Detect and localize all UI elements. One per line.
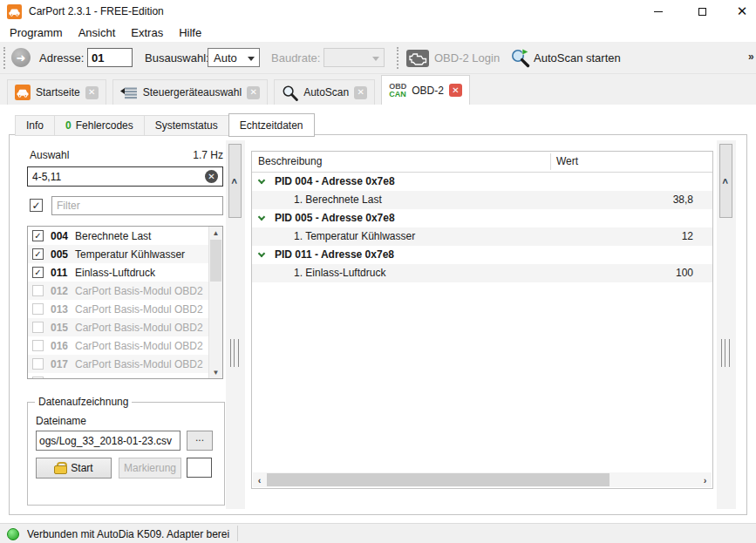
pid-checkbox[interactable] bbox=[32, 358, 44, 370]
menubar: ProgrammAnsichtExtrasHilfe bbox=[0, 24, 756, 42]
maximize-button[interactable] bbox=[687, 2, 717, 21]
filter-checkbox[interactable]: ✓ bbox=[30, 199, 43, 212]
scroll-left-icon[interactable]: ‹ bbox=[253, 472, 266, 487]
scroll-up-icon[interactable]: ▲ bbox=[209, 227, 222, 239]
tab-close-icon[interactable]: ✕ bbox=[247, 86, 260, 99]
pid-checkbox[interactable] bbox=[32, 285, 44, 296]
car-icon bbox=[15, 85, 31, 100]
minimize-icon bbox=[654, 11, 663, 12]
adresse-input[interactable] bbox=[87, 48, 133, 67]
row-label: 1. Temperatur Kühlwasser bbox=[294, 230, 415, 242]
column-beschreibung[interactable]: Beschreibung bbox=[258, 155, 322, 167]
chevron-down-icon[interactable] bbox=[258, 214, 265, 221]
collapse-left-button[interactable]: < bbox=[228, 144, 242, 218]
row-value: 100 bbox=[676, 264, 693, 282]
subtab-systemstatus[interactable]: Systemstatus bbox=[144, 115, 229, 136]
pid-row[interactable]: 012CarPort Basis-Modul OBD2 bbox=[28, 282, 208, 300]
column-divider[interactable] bbox=[550, 153, 551, 170]
pid-list: ✓004Berechnete Last✓005Temperatur Kühlwa… bbox=[28, 227, 208, 378]
pid-checkbox[interactable] bbox=[32, 340, 44, 351]
tab-autoscan[interactable]: AutoScan ✕ bbox=[274, 79, 375, 105]
autoscan-icon[interactable] bbox=[510, 48, 530, 68]
pid-row[interactable]: 016CarPort Basis-Modul OBD2 bbox=[28, 336, 208, 355]
table-hscrollbar[interactable]: ‹ › bbox=[253, 472, 712, 487]
chevron-down-icon[interactable] bbox=[258, 250, 265, 257]
toolbar-grip[interactable] bbox=[3, 47, 5, 69]
subtab-info[interactable]: Info bbox=[15, 115, 55, 136]
titlebar: CarPort 2.3.1 - FREE-Edition ✕ bbox=[0, 0, 756, 24]
arrow-right-icon: ➜ bbox=[17, 52, 26, 64]
pid-checkbox[interactable]: ✓ bbox=[32, 230, 44, 241]
table-body: PID 004 - Adresse 0x7e81. Berechnete Las… bbox=[252, 173, 712, 282]
chevron-down-icon[interactable] bbox=[258, 177, 265, 184]
collapse-right-button[interactable]: < bbox=[719, 144, 732, 218]
toolbar-overflow-icon[interactable]: » bbox=[748, 51, 754, 63]
pid-checkbox[interactable] bbox=[32, 322, 44, 333]
lock-icon bbox=[54, 462, 65, 474]
baudrate-select bbox=[324, 48, 385, 67]
pid-row[interactable]: ✓005Temperatur Kühlwasser bbox=[28, 245, 208, 263]
table-group-row[interactable]: PID 011 - Adresse 0x7e8 bbox=[252, 246, 712, 264]
pid-list-scrollbar[interactable]: ▲ ▼ bbox=[208, 227, 222, 378]
menu-item-hilfe[interactable]: Hilfe bbox=[171, 24, 209, 42]
tab-obd2[interactable]: OBD CAN OBD-2 ✕ bbox=[381, 75, 470, 105]
connect-button[interactable]: ➜ bbox=[11, 48, 31, 67]
subtab-echtzeitdaten[interactable]: Echtzeitdaten bbox=[228, 113, 315, 137]
filter-input[interactable] bbox=[51, 196, 223, 215]
tab-close-icon[interactable]: ✕ bbox=[354, 86, 367, 99]
close-button[interactable]: ✕ bbox=[727, 2, 756, 21]
table-group-row[interactable]: PID 005 - Adresse 0x7e8 bbox=[252, 209, 712, 227]
splitter-handle[interactable] bbox=[721, 339, 730, 367]
pid-name: CarPort Basis-Modul OBD2 bbox=[75, 303, 203, 316]
splitter-handle[interactable] bbox=[230, 339, 239, 367]
busauswahl-select[interactable]: Auto bbox=[208, 48, 260, 67]
pid-listbox: ✓004Berechnete Last✓005Temperatur Kühlwa… bbox=[27, 226, 223, 379]
adresse-label: Adresse: bbox=[39, 51, 84, 64]
pid-row[interactable]: ✓004Berechnete Last bbox=[28, 227, 208, 245]
pid-checkbox[interactable] bbox=[32, 303, 44, 315]
pid-checkbox[interactable]: ✓ bbox=[32, 248, 44, 260]
markierung-input[interactable] bbox=[187, 458, 212, 478]
menu-item-extras[interactable]: Extras bbox=[123, 24, 171, 42]
tab-close-icon[interactable]: ✕ bbox=[449, 84, 462, 97]
table-row[interactable]: 1. Einlass-Luftdruck100 bbox=[252, 264, 712, 282]
scroll-down-icon[interactable]: ▼ bbox=[209, 366, 222, 378]
table-group-row[interactable]: PID 004 - Adresse 0x7e8 bbox=[252, 173, 712, 191]
clear-icon[interactable]: ✕ bbox=[205, 170, 218, 183]
pid-row[interactable]: 017CarPort Basis-Modul OBD2 bbox=[28, 355, 208, 373]
tab-startseite[interactable]: Startseite ✕ bbox=[7, 79, 106, 105]
statusbar: Verbunden mit AutoDia K509. Adapter bere… bbox=[0, 523, 756, 543]
dateiname-input[interactable] bbox=[36, 431, 180, 451]
scrollbar-thumb[interactable] bbox=[267, 473, 610, 486]
browse-button[interactable]: ... bbox=[187, 431, 213, 451]
subtab-fehlercodes[interactable]: 0Fehlercodes bbox=[54, 115, 145, 136]
table-row[interactable]: 1. Berechnete Last38,8 bbox=[252, 191, 712, 209]
tab-steuergeraeteauswahl[interactable]: Steuergeräteauswahl ✕ bbox=[112, 79, 268, 105]
window-title: CarPort 2.3.1 - FREE-Edition bbox=[29, 5, 164, 17]
scroll-right-icon[interactable]: › bbox=[698, 472, 712, 487]
menu-item-programm[interactable]: Programm bbox=[2, 24, 71, 42]
pid-name: Berechnete Last bbox=[75, 230, 151, 242]
scrollbar-thumb[interactable] bbox=[210, 240, 221, 282]
left-splitter[interactable]: < bbox=[226, 140, 245, 509]
right-splitter[interactable]: < bbox=[717, 140, 736, 509]
menu-item-ansicht[interactable]: Ansicht bbox=[71, 24, 124, 42]
obd2-login-button[interactable]: OBD-2 Login bbox=[434, 51, 500, 64]
table-row[interactable]: 1. Temperatur Kühlwasser12 bbox=[252, 227, 712, 246]
pid-row[interactable]: 022CarPort Basis-Modul OBD2 bbox=[28, 373, 208, 378]
pid-row[interactable]: ✓011Einlass-Luftdruck bbox=[28, 263, 208, 282]
autoscan-start-button[interactable]: AutoScan starten bbox=[534, 51, 621, 64]
engine-icon[interactable] bbox=[406, 50, 429, 67]
minimize-button[interactable] bbox=[644, 2, 673, 21]
start-button[interactable]: Start bbox=[36, 458, 112, 479]
pid-name: Temperatur Kühlwasser bbox=[75, 248, 185, 261]
pid-selection-input[interactable] bbox=[27, 166, 223, 187]
pid-row[interactable]: 013CarPort Basis-Modul OBD2 bbox=[28, 300, 208, 318]
markierung-button[interactable]: Markierung bbox=[119, 458, 181, 479]
pid-checkbox[interactable] bbox=[32, 377, 44, 378]
pid-checkbox[interactable]: ✓ bbox=[32, 267, 44, 278]
pid-row[interactable]: 015CarPort Basis-Modul OBD2 bbox=[28, 318, 208, 336]
column-wert[interactable]: Wert bbox=[556, 155, 578, 167]
status-text: Verbunden mit AutoDia K509. Adapter bere… bbox=[27, 528, 236, 540]
tab-close-icon[interactable]: ✕ bbox=[85, 86, 99, 99]
